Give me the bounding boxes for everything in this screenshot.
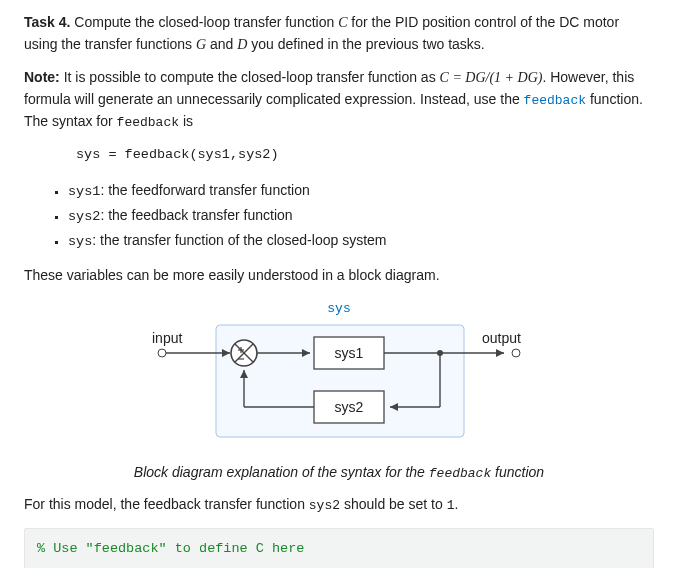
diagram-caption: Block diagram explanation of the syntax … xyxy=(24,462,654,484)
diagram-sys-label: sys xyxy=(144,299,534,319)
sys2-block-label: sys2 xyxy=(335,399,364,415)
task-heading: Task 4. Compute the closed-loop transfer… xyxy=(24,12,654,55)
var-G: G xyxy=(196,37,206,52)
post-code-sys2: sys2 xyxy=(309,498,340,513)
caption-prefix: Block diagram explanation of the syntax … xyxy=(134,464,429,480)
feedback-code-word: feedback xyxy=(117,115,179,130)
post-period: . xyxy=(454,496,458,512)
task-text-3: you defined in the previous two tasks. xyxy=(247,36,484,52)
syntax-line: sys = feedback(sys1,sys2) xyxy=(76,145,654,166)
summing-junction-icon xyxy=(231,340,257,366)
input-label-text: input xyxy=(152,330,182,346)
input-port-icon xyxy=(158,349,166,357)
code-editor[interactable]: % Use "feedback" to define C here xyxy=(24,528,654,568)
caption-suffix: function xyxy=(491,464,544,480)
and-word: and xyxy=(206,36,237,52)
list-item: sys: the transfer function of the closed… xyxy=(68,230,654,253)
bullet-desc: the transfer function of the closed-loop… xyxy=(100,232,386,248)
var-D: D xyxy=(237,37,247,52)
note-text-4: is xyxy=(179,113,193,129)
bullet-list: sys1: the feedforward transfer function … xyxy=(24,180,654,253)
bullet-code: sys2 xyxy=(68,209,100,224)
note-paragraph: Note: It is possible to compute the clos… xyxy=(24,67,654,133)
list-item: sys1: the feedforward transfer function xyxy=(68,180,654,203)
bullet-desc: the feedforward transfer function xyxy=(108,182,310,198)
bullet-code: sys xyxy=(68,234,92,249)
note-text-1: It is possible to compute the closed-loo… xyxy=(60,69,440,85)
feedback-link[interactable]: feedback xyxy=(524,93,586,108)
block-diagram: sys input sys1 xyxy=(144,299,534,448)
task-number: Task 4. xyxy=(24,14,70,30)
list-item: sys2: the feedback transfer function xyxy=(68,205,654,228)
output-port-icon xyxy=(512,349,520,357)
pre-diagram-text: These variables can be more easily under… xyxy=(24,265,654,287)
post-text-1: For this model, the feedback transfer fu… xyxy=(24,496,309,512)
caption-code: feedback xyxy=(429,466,491,481)
bullet-desc: the feedback transfer function xyxy=(108,207,292,223)
sys1-block-label: sys1 xyxy=(335,345,364,361)
note-label: Note: xyxy=(24,69,60,85)
output-label-text: output xyxy=(482,330,521,346)
block-diagram-svg: input sys1 output xyxy=(144,321,534,441)
note-formula: C = DG/(1 + DG) xyxy=(440,70,543,85)
task-text-1: Compute the closed-loop transfer functio… xyxy=(70,14,338,30)
bullet-code: sys1 xyxy=(68,184,100,199)
post-text-2: should be set to xyxy=(340,496,447,512)
bullet-sep: : xyxy=(92,232,100,248)
post-diagram-text: For this model, the feedback transfer fu… xyxy=(24,494,654,516)
